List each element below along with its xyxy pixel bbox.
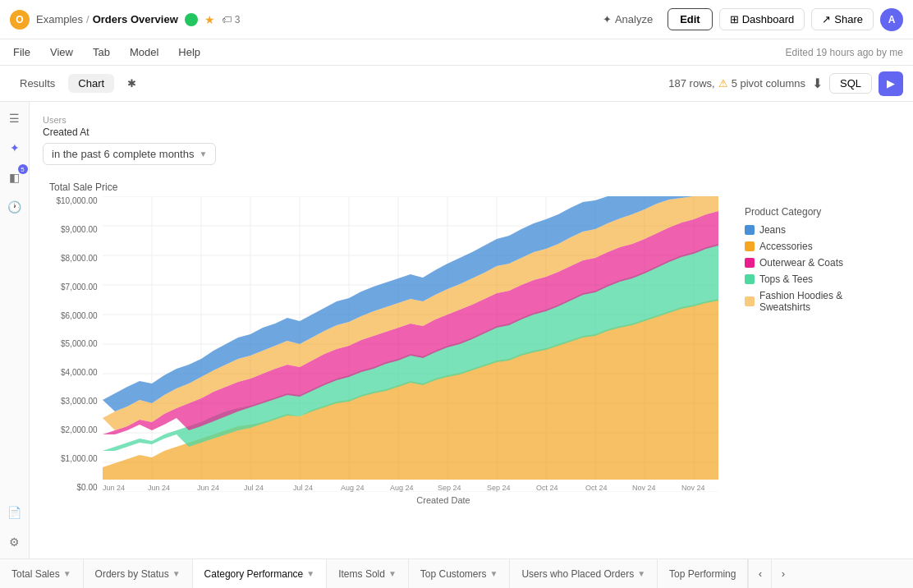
legend-label-jeans: Jeans (759, 224, 786, 236)
svg-text:Nov 24: Nov 24 (632, 484, 656, 492)
filter-sublabel: Created At (43, 126, 900, 138)
y-tick-8: $8,000.00 (49, 254, 98, 263)
sidebar-panel-icon[interactable]: ☰ (5, 108, 25, 128)
edited-timestamp: Edited 19 hours ago by me (786, 47, 903, 58)
chevron-down-icon: ▼ (306, 569, 314, 578)
menu-file[interactable]: File (10, 44, 34, 60)
analyze-button[interactable]: ✦ Analyze (594, 9, 661, 30)
top-nav: O Examples / Orders Overview ★ 🏷 3 ✦ Ana… (0, 0, 913, 39)
share-icon: ↗ (822, 13, 831, 25)
svg-text:Aug 24: Aug 24 (390, 484, 414, 492)
sql-button[interactable]: SQL (829, 73, 872, 94)
tab-orders-by-status[interactable]: Orders by Status ▼ (84, 559, 193, 588)
legend-label-outerwear: Outerwear & Coats (759, 257, 843, 269)
legend-item-outerwear: Outerwear & Coats (745, 257, 883, 269)
legend-color-hoodies (745, 296, 755, 306)
nav-left: O Examples / Orders Overview ★ 🏷 3 (10, 10, 240, 30)
svg-text:Oct 24: Oct 24 (536, 484, 558, 492)
share-button[interactable]: ↗ Share (811, 8, 874, 30)
tab-items-sold[interactable]: Items Sold ▼ (327, 559, 409, 588)
main-area: ☰ ✦ ◧ 5 🕐 📄 ⚙ Users Created At in the pa… (0, 102, 913, 558)
y-tick-5: $5,000.00 (49, 339, 98, 348)
toolbar-actions: 187 rows, ⚠ 5 pivot columns ⬇ SQL ▶ (668, 71, 903, 96)
legend-item-jeans: Jeans (745, 224, 883, 236)
area-chart-svg: Jun 24 Jun 24 Jun 24 Jul 24 Jul 24 Aug 2… (103, 196, 718, 492)
y-axis: $10,000.00 $9,000.00 $8,000.00 $7,000.00… (49, 196, 103, 492)
svg-text:Jul 24: Jul 24 (244, 484, 264, 492)
edit-button[interactable]: Edit (668, 8, 713, 30)
tab-top-performing[interactable]: Top Performing (658, 559, 748, 588)
breadcrumb-parent[interactable]: Examples (36, 13, 83, 25)
legend-item-tops: Tops & Tees (745, 273, 883, 285)
chevron-down-icon: ▼ (637, 569, 645, 578)
svg-text:Jun 24: Jun 24 (197, 484, 219, 492)
chevron-down-icon: ▼ (388, 569, 397, 578)
sidebar-file-icon[interactable]: 📄 (5, 503, 25, 522)
tab-prev-button[interactable]: ‹ (748, 559, 771, 588)
chevron-down-icon: ▼ (490, 569, 498, 578)
sidebar-clock-icon[interactable]: 🕐 (5, 197, 25, 217)
dashboard-button[interactable]: ⊞ Dashboard (719, 8, 805, 30)
tab-top-customers-label: Top Customers (420, 568, 487, 580)
toolbar-tabs: Results Chart ✱ (10, 74, 146, 93)
svg-text:Jun 24: Jun 24 (148, 484, 170, 492)
rows-count: 187 rows, (668, 77, 714, 90)
tab-users-orders-label: Users who Placed Orders (521, 568, 634, 580)
menu-model[interactable]: Model (126, 44, 162, 60)
pivot-info: 5 pivot columns (732, 77, 805, 90)
tab-total-sales[interactable]: Total Sales ▼ (0, 559, 84, 588)
menu-view[interactable]: View (47, 44, 76, 60)
run-button[interactable]: ▶ (879, 71, 903, 96)
breadcrumb: Examples / Orders Overview (36, 13, 178, 25)
bottom-tabs: Total Sales ▼ Orders by Status ▼ Categor… (0, 558, 913, 588)
legend-color-tops (745, 274, 755, 284)
sidebar-fields-icon[interactable]: ✦ (5, 138, 25, 158)
tab-category-label: Category Performance (204, 568, 304, 580)
y-tick-2: $2,000.00 (49, 425, 98, 434)
chevron-down-icon: ▼ (172, 569, 181, 578)
svg-text:Sep 24: Sep 24 (487, 484, 511, 492)
y-tick-0: $0.00 (49, 483, 98, 492)
tab-next-button[interactable]: › (771, 559, 794, 588)
warning-icon: ⚠ (718, 77, 728, 90)
sidebar-settings-icon[interactable]: ⚙ (5, 532, 25, 552)
tag-icon: 🏷 (222, 14, 232, 25)
svg-text:Sep 24: Sep 24 (438, 484, 461, 492)
legend-label-tops: Tops & Tees (759, 273, 813, 285)
toolbar: Results Chart ✱ 187 rows, ⚠ 5 pivot colu… (0, 66, 913, 102)
download-button[interactable]: ⬇ (812, 76, 823, 91)
menu-tab[interactable]: Tab (89, 44, 113, 60)
tab-items-sold-label: Items Sold (338, 568, 385, 580)
tab-users-placed-orders[interactable]: Users who Placed Orders ▼ (510, 559, 658, 588)
tab-top-customers[interactable]: Top Customers ▼ (409, 559, 511, 588)
legend-label-accessories: Accessories (759, 241, 813, 252)
sidebar-layers-icon[interactable]: ◧ 5 (5, 168, 25, 187)
left-sidebar: ☰ ✦ ◧ 5 🕐 📄 ⚙ (0, 102, 30, 558)
results-tab[interactable]: Results (10, 74, 65, 93)
content-area: Users Created At in the past 6 complete … (30, 102, 913, 558)
svg-text:Jul 24: Jul 24 (293, 484, 313, 492)
star-icon[interactable]: ★ (204, 13, 215, 26)
chevron-down-icon: ▼ (199, 149, 207, 158)
filter-section: Users Created At in the past 6 complete … (43, 115, 900, 165)
analyze-label: Analyze (615, 13, 653, 25)
tag-area: 🏷 3 (222, 14, 241, 25)
chart-x-axis-title: Created Date (107, 495, 780, 505)
legend-item-hoodies: Fashion Hoodies & Sweatshirts (745, 290, 883, 313)
menu-help[interactable]: Help (175, 44, 204, 60)
status-indicator (185, 13, 198, 26)
chart-tab[interactable]: Chart (68, 74, 114, 93)
rows-info: 187 rows, ⚠ 5 pivot columns (668, 77, 805, 90)
tab-category-performance[interactable]: Category Performance ▼ (193, 559, 328, 588)
tab-total-sales-label: Total Sales (11, 568, 60, 580)
svg-text:Jun 24: Jun 24 (103, 484, 125, 492)
menu-bar: File View Tab Model Help Edited 19 hours… (0, 39, 913, 66)
svg-text:Aug 24: Aug 24 (341, 484, 365, 492)
avatar[interactable]: A (880, 8, 903, 31)
filter-dropdown[interactable]: in the past 6 complete months ▼ (43, 143, 216, 165)
filter-label: Users (43, 115, 900, 125)
explore-tab[interactable]: ✱ (117, 74, 146, 93)
tab-orders-status-label: Orders by Status (95, 568, 169, 580)
logo: O (10, 10, 30, 30)
chart-legend: Product Category Jeans Accessories Outer… (735, 196, 893, 492)
